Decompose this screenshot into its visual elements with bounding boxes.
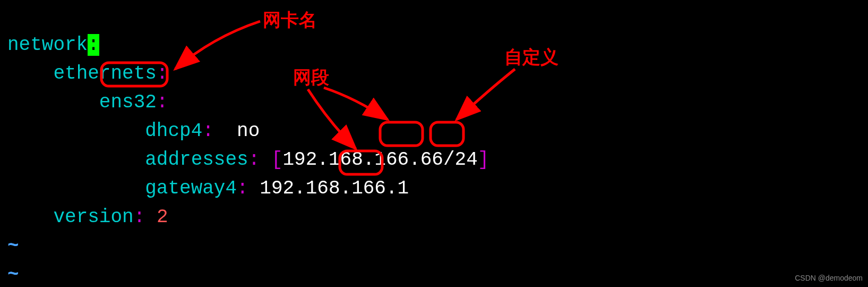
key-addresses: addresses <box>145 149 248 171</box>
key-network: network <box>7 34 88 56</box>
value-version: 2 <box>157 206 168 228</box>
value-dhcp4: no <box>237 120 260 142</box>
key-ethernets: ethernets <box>53 63 156 85</box>
watermark: CSDN @demodeom <box>795 273 863 284</box>
key-dhcp4: dhcp4 <box>145 120 202 142</box>
vim-tilde: ~ <box>7 235 19 257</box>
vim-tilde: ~ <box>7 264 19 285</box>
key-gateway4: gateway4 <box>145 178 237 199</box>
yaml-content: network: ethernets: ens32: dhcp4: no add… <box>7 2 489 287</box>
key-version: version <box>53 206 133 228</box>
addr-host: 66 <box>420 149 443 171</box>
annotation-segment: 网段 <box>293 64 329 91</box>
annotation-custom: 自定义 <box>504 44 558 71</box>
annotation-nic-name: 网卡名 <box>263 6 317 33</box>
cursor: : <box>88 34 99 56</box>
gw-segment: 166 <box>351 178 386 199</box>
key-interface: ens32 <box>99 91 157 113</box>
addr-segment: 166 <box>374 149 409 171</box>
